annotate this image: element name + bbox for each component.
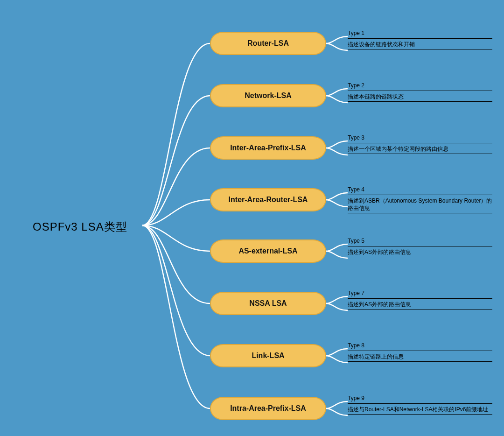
node-router-lsa: Router-LSA [210,32,326,55]
detail-link-lsa: Type 8 描述特定链路上的信息 [348,342,492,363]
node-nssa-lsa: NSSA LSA [210,292,326,315]
node-inter-area-prefix-lsa: Inter-Area-Prefix-LSA [210,136,326,160]
separator [348,101,492,102]
description: 描述到ASBR（Autonomous System Boundary Route… [348,197,492,212]
separator [348,195,492,195]
type-label: Type 3 [348,134,492,141]
separator [348,361,492,362]
separator [348,414,492,415]
separator [348,257,492,257]
type-label: Type 8 [348,342,492,349]
node-link-lsa: Link-LSA [210,344,326,367]
node-network-lsa: Network-LSA [210,84,326,107]
connector-lines [0,0,504,436]
description: 描述本链路的链路状态 [348,93,492,100]
detail-as-external-lsa: Type 5 描述到AS外部的路由信息 [348,238,492,258]
detail-intra-area-prefix-lsa: Type 9 描述与Router-LSA和Network-LSA相关联的IPv6… [348,395,492,415]
detail-inter-area-prefix-lsa: Type 3 描述一个区域内某个特定网段的路由信息 [348,134,492,155]
separator [348,246,492,246]
separator [348,143,492,143]
separator [348,91,492,91]
separator [348,38,492,39]
detail-inter-area-router-lsa: Type 4 描述到ASBR（Autonomous System Boundar… [348,186,492,214]
description: 描述与Router-LSA和Network-LSA相关联的IPv6前缀地址 [348,406,492,413]
separator [348,351,492,351]
diagram-canvas: OSPFv3 LSA类型 Router-LSA Network-LSA Inte… [0,0,504,436]
node-inter-area-router-lsa: Inter-Area-Router-LSA [210,188,326,211]
type-label: Type 2 [348,82,492,89]
detail-network-lsa: Type 2 描述本链路的链路状态 [348,82,492,103]
node-as-external-lsa: AS-external-LSA [210,239,326,263]
description: 描述一个区域内某个特定网段的路由信息 [348,145,492,153]
node-intra-area-prefix-lsa: Intra-Area-Prefix-LSA [210,397,326,420]
detail-router-lsa: Type 1 描述设备的链路状态和开销 [348,30,492,50]
separator [348,403,492,404]
description: 描述到AS外部的路由信息 [348,248,492,256]
description: 描述到AS外部的路由信息 [348,301,492,308]
description: 描述设备的链路状态和开销 [348,41,492,48]
description: 描述特定链路上的信息 [348,353,492,360]
type-label: Type 4 [348,186,492,193]
detail-nssa-lsa: Type 7 描述到AS外部的路由信息 [348,290,492,310]
type-label: Type 9 [348,395,492,401]
separator [348,298,492,299]
separator [348,213,492,213]
root-title: OSPFv3 LSA类型 [33,219,127,234]
type-label: Type 7 [348,290,492,296]
type-label: Type 5 [348,238,492,244]
separator [348,49,492,49]
separator [348,309,492,309]
type-label: Type 1 [348,30,492,36]
separator [348,154,492,154]
